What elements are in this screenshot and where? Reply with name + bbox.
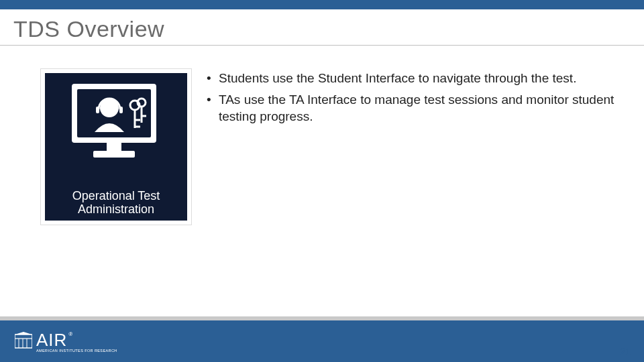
tile-label-line2: Administration (72, 202, 160, 217)
air-logo-mark-icon (15, 332, 32, 351)
footer-main: AIR ® AMERICAN INSTITUTES FOR RESEARCH (0, 320, 644, 362)
air-logo-text: AIR ® (36, 330, 117, 351)
content-area: Operational Test Administration Students… (0, 46, 644, 316)
footer: AIR ® AMERICAN INSTITUTES FOR RESEARCH (0, 316, 644, 362)
svg-rect-5 (96, 107, 99, 113)
tile-frame: Operational Test Administration (40, 68, 192, 225)
bullet-list: Students use the Student Interface to na… (207, 68, 627, 129)
logo-registered-mark: ® (68, 331, 73, 337)
svg-marker-19 (15, 332, 32, 335)
tile-graphic (50, 80, 182, 189)
list-item: TAs use the TA Interface to manage test … (207, 91, 627, 125)
tile-label-line1: Operational Test (72, 189, 160, 203)
air-logo: AIR ® AMERICAN INSTITUTES FOR RESEARCH (15, 330, 117, 353)
title-row: TDS Overview (0, 9, 644, 46)
page-number: 21 (620, 346, 631, 357)
svg-rect-2 (107, 143, 121, 151)
slide-title: TDS Overview (13, 16, 631, 42)
tile-label: Operational Test Administration (72, 189, 160, 217)
svg-rect-3 (93, 151, 135, 158)
list-item: Students use the Student Interface to na… (207, 70, 627, 87)
svg-rect-14 (15, 335, 32, 348)
logo-main-text: AIR (36, 330, 67, 351)
slide: TDS Overview (0, 0, 644, 362)
top-accent-bar (0, 0, 644, 9)
operational-test-admin-tile: Operational Test Administration (45, 73, 187, 221)
monitor-headset-keys-icon (62, 80, 170, 167)
svg-rect-6 (119, 107, 123, 113)
